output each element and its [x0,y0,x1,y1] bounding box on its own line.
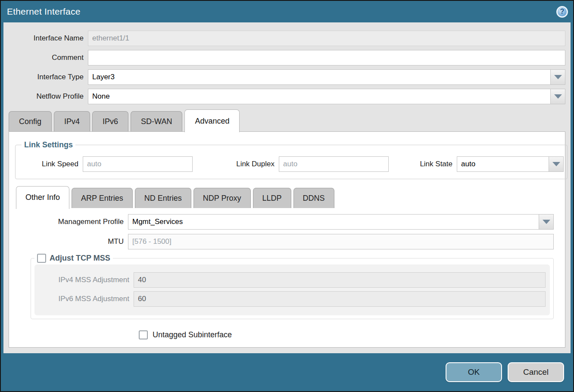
ipv6-mss-row: IPv6 MSS Adjustment [34,291,546,307]
chevron-down-icon [552,162,560,166]
mtu-field[interactable] [128,234,554,249]
tab-ipv4[interactable]: IPv4 [54,111,90,131]
netflow-profile-label: Netflow Profile [3,92,88,101]
interface-type-dropdown-button[interactable] [550,69,565,85]
advanced-tab-panel: Link Settings Link Speed Link Duplex Lin… [9,131,565,348]
adjust-tcp-mss-label: Adjust TCP MSS [50,254,110,263]
sub-tab-strip: Other Info ARP Entries ND Entries NDP Pr… [15,186,559,208]
help-icon[interactable]: ? [556,6,568,18]
adjust-tcp-mss-group: Adjust TCP MSS IPv4 MSS Adjustment IPv6 … [31,254,554,319]
adjust-tcp-mss-legend: Adjust TCP MSS [34,254,113,263]
tab-ndp-proxy[interactable]: NDP Proxy [193,188,251,208]
mss-disabled-area: IPv4 MSS Adjustment IPv6 MSS Adjustment [34,264,550,315]
link-settings-row: Link Speed Link Duplex Link State [19,156,564,172]
link-settings-group: Link Settings Link Speed Link Duplex Lin… [15,140,568,179]
title-bar: Ethernet Interface ? [1,1,573,22]
ipv4-mss-field [134,272,546,288]
tab-arp-entries[interactable]: ARP Entries [72,188,133,208]
chevron-down-icon [543,220,550,224]
untagged-subinterface-row: Untagged Subinterface [139,330,559,339]
link-speed-field[interactable] [83,156,193,172]
top-form: Interface Name Comment Interface Type Ne… [3,22,571,104]
interface-type-dropdown[interactable] [88,69,565,85]
ipv6-mss-field [134,291,546,307]
management-profile-dropdown[interactable] [128,214,554,230]
tab-ipv6[interactable]: IPv6 [92,111,128,131]
link-speed-label: Link Speed [19,160,83,168]
netflow-profile-row: Netflow Profile [3,89,565,104]
interface-type-row: Interface Type [3,69,565,85]
link-duplex-label: Link Duplex [213,160,279,168]
management-profile-label: Management Profile [15,218,128,226]
chevron-down-icon [554,75,562,79]
netflow-profile-value[interactable] [88,89,550,104]
dialog-body: Interface Name Comment Interface Type Ne… [3,22,571,353]
adjust-tcp-mss-checkbox[interactable] [37,254,46,263]
main-tab-strip: Config IPv4 IPv6 SD-WAN Advanced [3,109,571,131]
link-state-dropdown[interactable] [457,156,564,172]
mtu-row: MTU [15,234,554,249]
dialog-title: Ethernet Interface [7,6,81,17]
link-state-dropdown-button[interactable] [549,156,564,172]
interface-name-field [88,31,565,46]
untagged-subinterface-label: Untagged Subinterface [153,330,232,339]
tab-config[interactable]: Config [9,111,52,131]
management-profile-value[interactable] [128,214,539,230]
netflow-profile-dropdown[interactable] [88,89,565,104]
ipv4-mss-row: IPv4 MSS Adjustment [34,272,546,288]
tab-nd-entries[interactable]: ND Entries [135,188,191,208]
ethernet-interface-dialog: Ethernet Interface ? Interface Name Comm… [0,0,574,392]
tab-sd-wan[interactable]: SD-WAN [131,111,182,131]
ipv6-mss-label: IPv6 MSS Adjustment [34,295,134,303]
interface-type-label: Interface Type [3,73,88,81]
cancel-button[interactable]: Cancel [508,362,564,382]
tab-lldp[interactable]: LLDP [253,188,291,208]
ok-button[interactable]: OK [446,362,502,382]
tab-ddns[interactable]: DDNS [293,188,334,208]
link-duplex-field[interactable] [279,156,389,172]
interface-name-row: Interface Name [3,31,565,46]
untagged-subinterface-checkbox[interactable] [139,330,148,339]
tab-advanced[interactable]: Advanced [184,109,240,132]
link-settings-legend: Link Settings [22,140,75,149]
link-state-value[interactable] [457,156,549,172]
ipv4-mss-label: IPv4 MSS Adjustment [34,276,134,284]
link-state-label: Link State [415,160,457,168]
chevron-down-icon [554,94,562,99]
management-profile-row: Management Profile [15,214,554,230]
comment-row: Comment [3,50,565,65]
management-profile-dropdown-button[interactable] [539,214,554,230]
mtu-label: MTU [15,237,128,246]
netflow-profile-dropdown-button[interactable] [550,89,565,104]
comment-field[interactable] [88,50,565,65]
interface-type-value[interactable] [88,69,550,85]
comment-label: Comment [3,53,88,62]
tab-other-info[interactable]: Other Info [16,186,69,209]
other-info-panel: Management Profile MTU Adjust TCP MSS [15,214,559,339]
interface-name-label: Interface Name [3,34,88,43]
dialog-footer: OK Cancel [1,353,573,391]
